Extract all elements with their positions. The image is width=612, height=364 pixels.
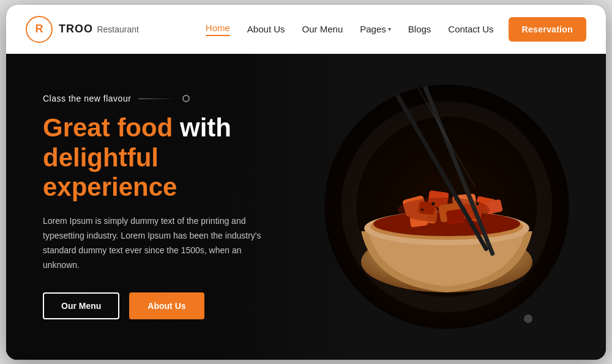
nav-item-blogs[interactable]: Blogs (408, 24, 431, 35)
reservation-button[interactable]: Reservation (509, 17, 586, 42)
chevron-down-icon: ▾ (388, 26, 391, 32)
nav-item-about[interactable]: About Us (247, 24, 285, 35)
subtitle-dot (182, 95, 190, 102)
navbar: R TROO Restaurant Home About Us Our Menu… (6, 5, 606, 54)
hero-section: Class the new flavour Great food with de… (6, 54, 606, 360)
subtitle-line (138, 98, 175, 99)
food-svg (324, 84, 569, 329)
nav-links: Home About Us Our Menu Pages ▾ Blogs Con… (206, 23, 494, 36)
logo-icon: R (26, 16, 53, 43)
nav-item-contact[interactable]: Contact Us (448, 24, 493, 35)
svg-point-21 (476, 202, 479, 205)
decorative-glow (524, 314, 532, 323)
about-us-button[interactable]: About Us (129, 292, 204, 319)
hero-subtitle: Class the new flavour (43, 94, 275, 103)
svg-point-19 (432, 202, 435, 205)
nav-item-home[interactable]: Home (206, 23, 230, 36)
hero-buttons: Our Menu About Us (43, 292, 275, 319)
nav-item-pages[interactable]: Pages ▾ (360, 24, 391, 34)
hero-content: Class the new flavour Great food with de… (6, 94, 312, 319)
nav-item-menu[interactable]: Our Menu (302, 24, 343, 35)
browser-frame: R TROO Restaurant Home About Us Our Menu… (6, 5, 606, 360)
our-menu-button[interactable]: Our Menu (43, 292, 119, 319)
svg-point-22 (421, 209, 424, 211)
food-image (324, 84, 569, 329)
logo[interactable]: R TROO Restaurant (26, 16, 139, 43)
hero-title: Great food with delightful experience (43, 113, 275, 202)
brand-name: TROO Restaurant (59, 23, 139, 35)
hero-description: Lorem Ipsum is simply dummy text of the … (43, 214, 275, 272)
